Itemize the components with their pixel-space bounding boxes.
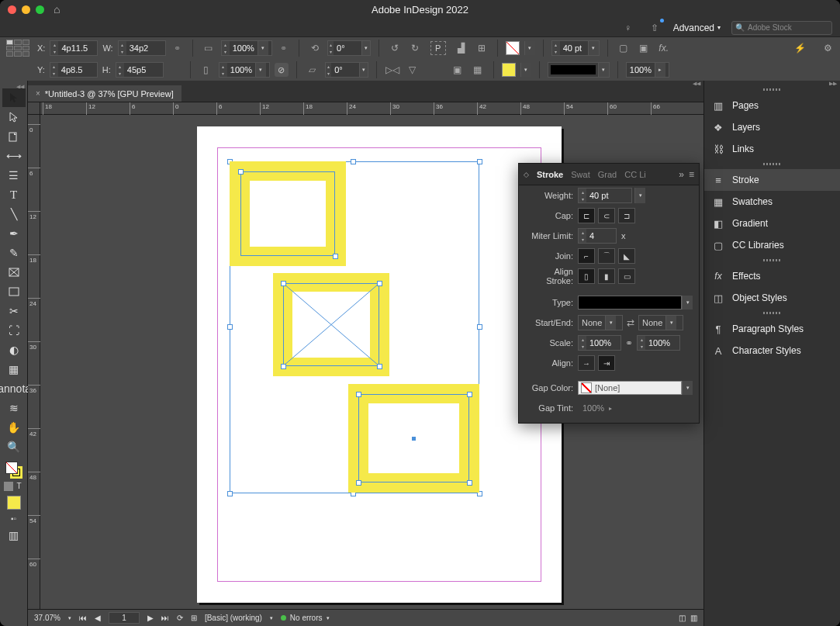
fill-stroke-proxy[interactable] — [5, 462, 22, 479]
note-tool[interactable]: �annotate — [2, 379, 26, 398]
type-tool[interactable]: T — [2, 185, 26, 204]
end-arrow-drop[interactable]: None▾ — [638, 315, 683, 330]
panel-character-styles[interactable]: ACharacter Styles — [704, 340, 840, 361]
tab-swatches[interactable]: Swat — [571, 170, 589, 179]
formatting-container-icon[interactable] — [4, 482, 13, 491]
zoom-drop-icon[interactable]: ▾ — [68, 615, 71, 621]
handle[interactable] — [356, 480, 361, 486]
hand-tool[interactable]: ✋ — [2, 418, 26, 437]
distribute-icon[interactable]: ⊞ — [474, 40, 489, 56]
fill-swatch[interactable] — [506, 41, 520, 55]
clear-transform-icon[interactable]: ⊘ — [275, 63, 289, 77]
cap-round-icon[interactable]: ⊂ — [598, 208, 615, 223]
tab-gradient[interactable]: Grad — [598, 170, 617, 179]
prefs-icon[interactable]: ⚙ — [820, 40, 835, 56]
hint-icon[interactable]: ♀ — [620, 20, 636, 36]
x-field[interactable]: ▴▾4p11.5 — [50, 40, 98, 56]
handle[interactable] — [477, 159, 482, 164]
direct-selection-tool[interactable] — [2, 108, 26, 126]
panel-menu-icon[interactable]: ≡ — [689, 169, 694, 180]
view-grid-icon[interactable]: ▥ — [690, 614, 697, 622]
handle[interactable] — [477, 324, 482, 330]
align-inside-icon[interactable]: ▮ — [598, 268, 615, 284]
apply-target-toggles[interactable]: T — [4, 482, 24, 491]
gradient-swatch-tool[interactable]: ◐ — [2, 341, 26, 359]
view-mode-toggle[interactable]: ▪▫ — [11, 514, 16, 523]
gap-color-drop[interactable]: [None] — [578, 381, 682, 395]
handle[interactable] — [377, 281, 382, 286]
stroke-type-drop[interactable] — [578, 296, 682, 310]
panel-paragraph-styles[interactable]: ¶Paragraph Styles — [704, 318, 840, 340]
close-tab-icon[interactable]: × — [36, 89, 40, 98]
align-outside-icon[interactable]: ▭ — [618, 268, 635, 284]
rotate-ccw-icon[interactable]: ↺ — [387, 40, 403, 56]
panel-pages[interactable]: ▥Pages — [704, 95, 840, 116]
panel-stroke[interactable]: ≡Stroke — [704, 169, 840, 191]
gap-tint-drop-icon[interactable]: ▸ — [609, 405, 612, 412]
gap-tool[interactable]: ⟷ — [2, 147, 26, 165]
scissors-tool[interactable]: ✂ — [2, 302, 26, 320]
panel-grip[interactable] — [704, 160, 840, 169]
panel-object-styles[interactable]: ◫Object Styles — [704, 287, 840, 309]
stroke-weight-field[interactable]: ▴▾40 pt▾ — [551, 40, 600, 56]
start-arrow-drop[interactable]: None▾ — [578, 315, 623, 330]
close-window-button[interactable] — [8, 5, 16, 14]
text-wrap-icon[interactable]: ▣ — [636, 40, 652, 56]
start-scale-field[interactable]: ▴▾100% — [578, 335, 621, 351]
page-field[interactable]: 1 — [109, 612, 140, 624]
ruler-origin[interactable] — [28, 102, 40, 115]
preflight-profile[interactable]: [Basic] (working) — [205, 614, 262, 622]
panel-grip[interactable] — [704, 309, 840, 318]
panel-layers[interactable]: ❖Layers — [704, 116, 840, 138]
constrain-scale-icon[interactable]: ⚭ — [277, 36, 291, 60]
document-tab[interactable]: × *Untitled-3 @ 37% [GPU Preview] — [28, 85, 181, 102]
selection-tool[interactable] — [2, 88, 26, 107]
miter-field[interactable]: ▴▾4 — [578, 228, 617, 244]
handle[interactable] — [333, 254, 338, 259]
status-icon-1[interactable]: ⟳ — [177, 614, 183, 622]
free-transform-tool[interactable]: ⛶ — [2, 321, 26, 340]
fx-menu-icon[interactable]: fx. — [656, 40, 672, 56]
constrain-wh-icon[interactable]: ⚭ — [171, 36, 185, 60]
tint-field[interactable]: 100%▸ — [626, 62, 669, 78]
zoom-window-button[interactable] — [36, 5, 44, 14]
vertical-ruler[interactable]: 06121824303642485460 — [28, 115, 40, 609]
handle[interactable] — [467, 392, 472, 397]
pen-tool[interactable]: ✒ — [2, 224, 26, 243]
content-grabber-icon[interactable]: P — [430, 41, 446, 55]
share-icon[interactable]: ⇧ — [647, 20, 662, 36]
eyedropper-tool[interactable]: ≋ — [2, 399, 26, 417]
page-prev-icon[interactable]: ◀ — [95, 614, 101, 622]
rotate-field[interactable]: ▴▾0°▾ — [327, 40, 371, 56]
zoom-value[interactable]: 37.07% — [34, 614, 60, 622]
stroke-type-drop[interactable]: ▾ — [548, 62, 610, 78]
stroke-swatch-drop[interactable]: ▾ — [520, 63, 531, 77]
gap-color-arrow[interactable]: ▾ — [682, 381, 693, 395]
scale-x-field[interactable]: ▴▾100%▾ — [221, 40, 272, 56]
handle[interactable] — [281, 281, 286, 286]
rotate-cw-icon[interactable]: ↻ — [407, 40, 423, 56]
fill-swatch-drop[interactable]: ▾ — [524, 41, 535, 55]
join-round-icon[interactable]: ⌒ — [598, 248, 615, 264]
page-first-icon[interactable]: ⏮ — [79, 614, 87, 622]
y-field[interactable]: ▴▾4p8.5 — [50, 62, 98, 78]
gap-tint-value[interactable]: 100% — [578, 403, 604, 413]
w-field[interactable]: ▴▾34p2 — [118, 40, 166, 56]
pencil-tool[interactable]: ✎ — [2, 244, 26, 262]
view-split-icon[interactable]: ◫ — [679, 614, 686, 622]
home-icon[interactable]: ⌂ — [54, 3, 60, 16]
select-content-icon[interactable]: ▦ — [470, 62, 486, 78]
panel-cc-libraries[interactable]: ▢CC Libraries — [704, 234, 840, 256]
panel-swatches[interactable]: ▦Swatches — [704, 191, 840, 213]
workspace-switcher[interactable]: Advanced ▾ — [673, 22, 721, 33]
select-container-icon[interactable]: ▣ — [450, 62, 465, 78]
arrow-align-tip-icon[interactable]: ⇥ — [598, 355, 615, 371]
formatting-text-icon[interactable]: T — [15, 482, 24, 491]
handle[interactable] — [467, 480, 472, 486]
status-icon-2[interactable]: ⊞ — [191, 614, 197, 622]
zoom-tool[interactable]: 🔍 — [2, 438, 26, 456]
panel-effects[interactable]: fxEffects — [704, 265, 840, 287]
panel-more-icon[interactable]: » — [679, 169, 684, 180]
panel-link-icon[interactable]: ◇ — [524, 171, 529, 178]
flip-h-icon[interactable]: ▭ — [201, 40, 216, 56]
